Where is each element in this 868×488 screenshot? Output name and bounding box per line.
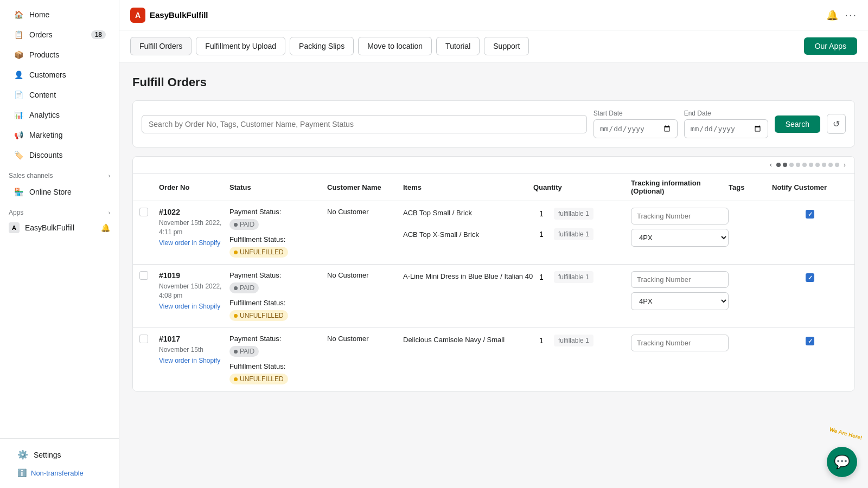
next-page-icon[interactable]: ›: [841, 161, 848, 169]
tracking-input-1[interactable]: [631, 208, 729, 224]
dot-6[interactable]: [809, 163, 813, 167]
more-icon[interactable]: ···: [845, 9, 857, 21]
non-transferable-item[interactable]: ℹ️ Non-transferable: [9, 464, 110, 481]
notification-icon[interactable]: 🔔: [826, 9, 838, 21]
sidebar-item-products[interactable]: 📦 Products: [4, 45, 114, 65]
dot-2[interactable]: [783, 163, 787, 167]
checkbox-1019[interactable]: [139, 271, 148, 280]
sidebar-item-home[interactable]: 🏠 Home: [4, 5, 114, 24]
dot-4[interactable]: [796, 163, 800, 167]
products-icon: 📦: [13, 49, 24, 60]
search-button[interactable]: Search: [775, 115, 820, 133]
notify-col-1019: [772, 271, 848, 282]
dot-10[interactable]: [835, 163, 839, 167]
start-date-label: Start Date: [593, 110, 678, 117]
app-icon: A: [9, 222, 20, 233]
sidebar-item-easybulkfulfill[interactable]: A EasyBulkFulfill 🔔: [4, 219, 114, 236]
checkbox-1017[interactable]: [139, 335, 148, 343]
sidebar-item-label: EasyBulkFulfill: [25, 223, 74, 232]
quantity-col-1017: 1 fulfillable 1: [533, 335, 631, 346]
content-area: Fulfill Orders Start Date End Date Searc…: [119, 62, 868, 488]
item-name-1: Delicious Camisole Navy / Small: [403, 335, 533, 345]
sidebar-item-settings[interactable]: ⚙️ Settings: [9, 445, 110, 464]
items-col-1022: ACB Top Small / Brick ACB Top X-Small / …: [403, 208, 533, 240]
view-order-link[interactable]: View order in Shopify: [159, 239, 229, 247]
end-date-input[interactable]: [684, 119, 768, 138]
dot-1[interactable]: [776, 163, 781, 167]
qty-label-1: fulfillable 1: [554, 335, 593, 346]
fulfillment-status-label: Fulfillment Status:: [229, 299, 327, 307]
sidebar-item-label: Analytics: [29, 111, 60, 119]
carrier-select-2[interactable]: 4PX: [631, 292, 729, 310]
tab-move-to-location[interactable]: Move to location: [358, 37, 432, 55]
unfulfilled-dot: [234, 251, 238, 254]
row-checkbox-1017[interactable]: [139, 335, 159, 343]
items-col-1019: A-Line Mini Dress in Blue Blue / Italian…: [403, 271, 533, 282]
sidebar-item-analytics[interactable]: 📊 Analytics: [4, 105, 114, 125]
view-order-link[interactable]: View order in Shopify: [159, 303, 229, 310]
main-content: A EasyBulkFulfill 🔔 ··· Fulfill Orders F…: [119, 0, 868, 488]
search-input[interactable]: [142, 115, 587, 133]
tracking-input-2[interactable]: [631, 271, 729, 288]
tracking-input-3[interactable]: [631, 335, 729, 351]
col-quantity: Quantity: [533, 183, 631, 191]
tab-fulfillment-by-upload[interactable]: Fulfillment by Upload: [196, 37, 285, 55]
dot-9[interactable]: [828, 163, 833, 167]
our-apps-button[interactable]: Our Apps: [804, 37, 857, 55]
chat-widget: We Are Here! 💬: [827, 447, 857, 477]
orders-badge: 18: [91, 30, 106, 39]
dot-3[interactable]: [789, 163, 794, 167]
sidebar-item-discounts[interactable]: 🏷️ Discounts: [4, 145, 114, 165]
notify-checkbox-1019[interactable]: [806, 273, 814, 282]
carrier-select-1[interactable]: 4PX: [631, 229, 729, 247]
order-date: November 15th: [159, 345, 229, 355]
sidebar-item-marketing[interactable]: 📢 Marketing: [4, 125, 114, 145]
order-info-1019: #1019 November 15th 2022, 4:08 pm View o…: [159, 271, 229, 310]
sidebar-item-orders[interactable]: 📋 Orders 18: [4, 25, 114, 44]
sidebar-item-content[interactable]: 📄 Content: [4, 85, 114, 105]
order-status-1022: Payment Status: PAID Fulfillment Status:…: [229, 208, 327, 258]
dot-5[interactable]: [802, 163, 807, 167]
dot-8[interactable]: [822, 163, 826, 167]
app-name: EasyBulkFulfill: [150, 10, 208, 20]
col-status: Status: [229, 183, 327, 191]
start-date-input[interactable]: [593, 119, 678, 138]
online-store-icon: 🏪: [13, 187, 24, 197]
sidebar-bottom: ⚙️ Settings ℹ️ Non-transferable: [0, 438, 119, 488]
unfulfilled-dot: [234, 377, 238, 381]
fulfillment-status-badge: UNFULFILLED: [229, 247, 288, 258]
sidebar-item-label: Marketing: [29, 131, 62, 139]
sidebar-item-online-store[interactable]: 🏪 Online Store: [4, 182, 114, 202]
row-checkbox-1022[interactable]: [139, 208, 159, 216]
qty-num-1: 1: [533, 273, 550, 281]
tab-tutorial[interactable]: Tutorial: [436, 37, 480, 55]
prev-page-icon[interactable]: ‹: [768, 161, 774, 169]
payment-status-label: Payment Status:: [229, 208, 327, 216]
view-order-link[interactable]: View order in Shopify: [159, 357, 229, 364]
tracking-col-1017: [631, 335, 729, 351]
dot-7[interactable]: [815, 163, 820, 167]
tab-support[interactable]: Support: [484, 37, 529, 55]
sidebar-item-customers[interactable]: 👤 Customers: [4, 65, 114, 85]
notify-checkbox-1017[interactable]: [806, 337, 814, 345]
bell-icon: 🔔: [101, 223, 110, 232]
payment-status-label: Payment Status:: [229, 271, 327, 279]
notify-col-1022: [772, 208, 848, 219]
quantity-col-1019: 1 fulfillable 1: [533, 271, 631, 283]
row-checkbox-1019[interactable]: [139, 271, 159, 280]
pagination-dots: ‹ ›: [133, 157, 854, 174]
checkbox-1022[interactable]: [139, 208, 148, 216]
fulfillment-status-badge: UNFULFILLED: [229, 374, 288, 384]
tab-fulfill-orders[interactable]: Fulfill Orders: [130, 37, 192, 55]
table-header: Order No Status Customer Name Items Quan…: [133, 174, 854, 201]
notify-checkbox-1022[interactable]: [806, 210, 814, 219]
qty-row-1: 1 fulfillable 1: [533, 271, 631, 283]
tab-packing-slips[interactable]: Packing Slips: [290, 37, 354, 55]
chevron-right-icon: ›: [108, 173, 110, 179]
refresh-button[interactable]: ↺: [827, 114, 846, 134]
sales-channels-section: Sales channels ›: [0, 165, 119, 182]
item-name-2: ACB Top X-Small / Brick: [403, 229, 533, 240]
search-bar: Start Date End Date Search ↺: [132, 100, 855, 147]
chat-button[interactable]: 💬: [827, 447, 857, 477]
nav-tabs: Fulfill Orders Fulfillment by Upload Pac…: [119, 30, 868, 62]
